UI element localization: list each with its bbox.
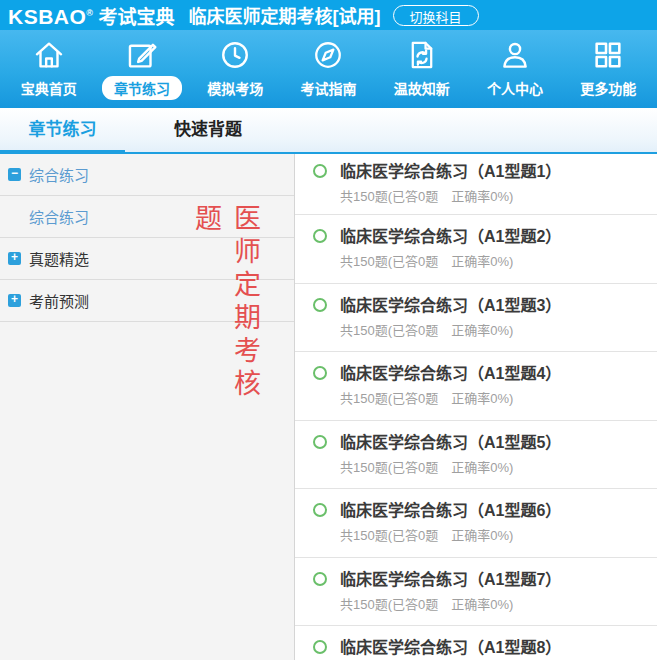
sidebar-item-label: 真题精选	[29, 248, 89, 269]
radio-circle-icon	[313, 503, 327, 517]
radio-circle-icon	[313, 435, 327, 449]
tab-bar: 章节练习快速背题	[0, 108, 657, 154]
user-icon	[498, 38, 532, 72]
item-stats: 共150题(已答0题 正确率0%)	[340, 186, 561, 205]
sidebar-item-label: 考前预测	[29, 290, 89, 311]
item-text: 临床医学综合练习（A1型题1）共150题(已答0题 正确率0%)	[340, 162, 561, 214]
sidebar-item[interactable]: −综合练习	[0, 154, 294, 196]
refresh-doc-icon	[405, 38, 439, 72]
expand-icon[interactable]: +	[8, 294, 21, 307]
item-text: 临床医学综合练习（A1型题8）共150题(已答0题 正确率0%)	[340, 638, 561, 660]
tab-quick-recite[interactable]: 快速背题	[151, 108, 265, 152]
item-title: 临床医学综合练习（A1型题1）	[340, 162, 561, 181]
item-stats: 共150题(已答0题 正确率0%)	[340, 594, 561, 613]
nav-item-label: 更多功能	[580, 76, 636, 100]
home-icon	[32, 38, 66, 72]
practice-list-item[interactable]: 临床医学综合练习（A1型题5）共150题(已答0题 正确率0%)	[295, 421, 657, 490]
item-title: 临床医学综合练习（A1型题5）	[340, 433, 561, 452]
item-text: 临床医学综合练习（A1型题2）共150题(已答0题 正确率0%)	[340, 227, 561, 283]
nav-item-refresh-doc[interactable]: 温故知新	[376, 38, 468, 100]
app-title-bar: KSBAO® 考试宝典 临床医师定期考核[试用] 切换科目	[0, 0, 657, 30]
registered-mark: ®	[86, 8, 93, 18]
item-text: 临床医学综合练习（A1型题6）共150题(已答0题 正确率0%)	[340, 501, 561, 557]
item-title: 临床医学综合练习（A1型题2）	[340, 227, 561, 246]
brand-name: 考试宝典	[98, 2, 174, 29]
item-title: 临床医学综合练习（A1型题7）	[340, 570, 561, 589]
item-title: 临床医学综合练习（A1型题6）	[340, 501, 561, 520]
main-area: −综合练习综合练习+真题精选+考前预测医师定期考核题 临床医学综合练习（A1型题…	[0, 154, 657, 660]
practice-list: 临床医学综合练习（A1型题1）共150题(已答0题 正确率0%)临床医学综合练习…	[295, 154, 657, 660]
item-text: 临床医学综合练习（A1型题7）共150题(已答0题 正确率0%)	[340, 570, 561, 626]
item-stats: 共150题(已答0题 正确率0%)	[340, 320, 561, 339]
nav-item-home[interactable]: 宝典首页	[3, 38, 95, 100]
item-stats: 共150题(已答0题 正确率0%)	[340, 525, 561, 544]
sidebar: −综合练习综合练习+真题精选+考前预测医师定期考核题	[0, 154, 295, 660]
practice-list-item[interactable]: 临床医学综合练习（A1型题2）共150题(已答0题 正确率0%)	[295, 215, 657, 284]
nav-item-user[interactable]: 个人中心	[469, 38, 561, 100]
item-stats: 共150题(已答0题 正确率0%)	[340, 251, 561, 270]
sidebar-item[interactable]: +考前预测	[0, 280, 294, 322]
item-stats: 共150题(已答0题 正确率0%)	[340, 457, 561, 476]
radio-circle-icon	[313, 229, 327, 243]
expand-icon[interactable]: +	[8, 252, 21, 265]
item-title: 临床医学综合练习（A1型题4）	[340, 364, 561, 383]
item-title: 临床医学综合练习（A1型题8）	[340, 638, 561, 657]
practice-list-item[interactable]: 临床医学综合练习（A1型题1）共150题(已答0题 正确率0%)	[295, 154, 657, 215]
practice-list-item[interactable]: 临床医学综合练习（A1型题6）共150题(已答0题 正确率0%)	[295, 489, 657, 558]
radio-circle-icon	[313, 366, 327, 380]
nav-item-label: 考试指南	[300, 76, 356, 100]
practice-list-item[interactable]: 临床医学综合练习（A1型题4）共150题(已答0题 正确率0%)	[295, 352, 657, 421]
nav-item-label: 模拟考场	[207, 76, 263, 100]
sidebar-item-label: 综合练习	[29, 164, 89, 185]
sidebar-item[interactable]: +真题精选	[0, 238, 294, 280]
item-text: 临床医学综合练习（A1型题4）共150题(已答0题 正确率0%)	[340, 364, 561, 420]
nav-item-label: 宝典首页	[21, 76, 77, 100]
exam-title: 临床医师定期考核[试用]	[189, 2, 381, 28]
sidebar-subitem[interactable]: 综合练习	[0, 196, 294, 238]
nav-item-label: 温故知新	[394, 76, 450, 100]
ksbao-logo: KSBAO®	[8, 0, 93, 32]
nav-item-compass[interactable]: 考试指南	[282, 38, 374, 100]
nav-bar: 宝典首页章节练习模拟考场考试指南温故知新个人中心更多功能	[0, 30, 657, 108]
practice-list-item[interactable]: 临床医学综合练习（A1型题7）共150题(已答0题 正确率0%)	[295, 558, 657, 627]
grid-icon	[591, 38, 625, 72]
item-text: 临床医学综合练习（A1型题5）共150题(已答0题 正确率0%)	[340, 433, 561, 489]
nav-item-edit[interactable]: 章节练习	[96, 38, 188, 100]
radio-circle-icon	[313, 572, 327, 586]
item-stats: 共150题(已答0题 正确率0%)	[340, 388, 561, 407]
nav-item-label: 个人中心	[487, 76, 543, 100]
nav-item-clock[interactable]: 模拟考场	[189, 38, 281, 100]
clock-icon	[218, 38, 252, 72]
nav-item-label: 章节练习	[102, 76, 182, 100]
practice-list-item[interactable]: 临床医学综合练习（A1型题3）共150题(已答0题 正确率0%)	[295, 284, 657, 353]
collapse-icon[interactable]: −	[8, 168, 21, 181]
radio-circle-icon	[313, 640, 327, 654]
radio-circle-icon	[313, 298, 327, 312]
practice-list-item[interactable]: 临床医学综合练习（A1型题8）共150题(已答0题 正确率0%)	[295, 626, 657, 660]
nav-item-grid[interactable]: 更多功能	[562, 38, 654, 100]
item-title: 临床医学综合练习（A1型题3）	[340, 296, 561, 315]
radio-circle-icon	[313, 164, 327, 178]
compass-icon	[311, 38, 345, 72]
item-text: 临床医学综合练习（A1型题3）共150题(已答0题 正确率0%)	[340, 296, 561, 352]
switch-subject-button[interactable]: 切换科目	[393, 5, 479, 26]
edit-icon	[125, 38, 159, 72]
tab-chapter-practice[interactable]: 章节练习	[0, 108, 125, 152]
sidebar-item-label: 综合练习	[29, 206, 89, 227]
